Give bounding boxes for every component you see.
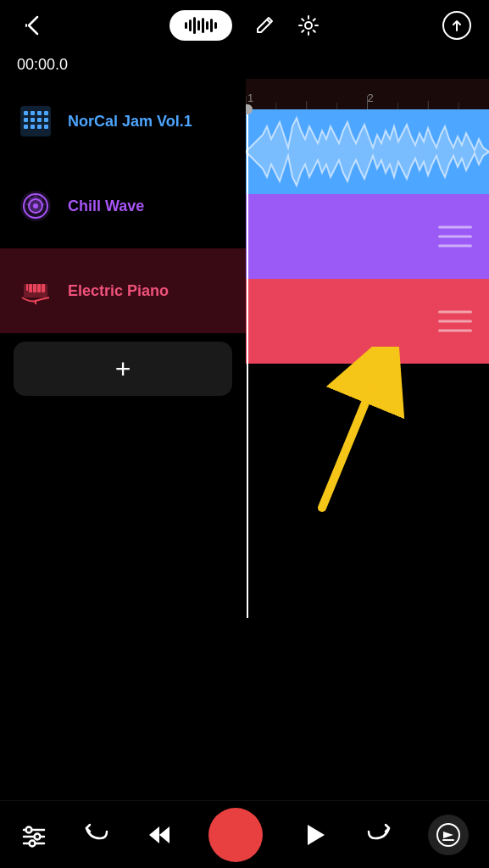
clip-dash (438, 236, 472, 238)
svg-marker-43 (308, 825, 325, 845)
logo-button[interactable] (428, 815, 469, 855)
svg-marker-42 (149, 826, 159, 843)
svg-rect-23 (42, 284, 45, 292)
svg-rect-15 (44, 125, 48, 129)
svg-rect-5 (31, 111, 35, 115)
header (0, 0, 489, 51)
svg-rect-9 (31, 118, 35, 122)
track-list: NorCal Jam Vol.1 Chill Wave (0, 79, 246, 798)
clip-dash (438, 330, 472, 332)
bottom-toolbar (0, 800, 489, 868)
header-right (442, 10, 472, 41)
svg-rect-0 (25, 24, 27, 27)
header-left (17, 10, 47, 41)
play-button[interactable] (299, 820, 330, 850)
svg-rect-13 (31, 125, 35, 129)
timeline-ruler: 1 2 (246, 79, 489, 109)
logo-icon (436, 823, 460, 847)
svg-rect-20 (29, 284, 32, 292)
back-button[interactable] (17, 10, 47, 41)
svg-rect-8 (24, 118, 28, 122)
track-name-norcal: NorCal Jam Vol.1 (68, 113, 192, 131)
plus-icon: + (115, 355, 131, 382)
svg-rect-14 (37, 125, 42, 129)
redo-button[interactable] (365, 821, 392, 849)
time-display: 00:00.0 (0, 51, 489, 79)
clip-dashes-purple (438, 226, 472, 248)
add-track-button[interactable]: + (14, 342, 232, 396)
svg-rect-4 (24, 111, 28, 115)
svg-rect-11 (44, 118, 48, 122)
clip-dash (438, 320, 472, 323)
svg-point-38 (26, 826, 32, 832)
track-name-chillwave: Chill Wave (68, 198, 144, 215)
svg-rect-7 (44, 111, 48, 115)
waveform-icon (185, 17, 217, 34)
clip-norcal[interactable] (246, 109, 489, 194)
svg-rect-12 (24, 125, 28, 129)
track-icon-chillwave (17, 187, 54, 225)
clip-dash (438, 311, 472, 314)
rewind-button[interactable] (146, 821, 173, 849)
arrow-annotation (297, 347, 415, 520)
svg-rect-22 (37, 284, 41, 292)
svg-rect-6 (37, 111, 42, 115)
track-name-electricpiano: Electric Piano (68, 282, 169, 300)
clip-dash (438, 226, 472, 229)
track-icon-norcal (17, 103, 54, 140)
waveform-button[interactable] (169, 10, 232, 41)
pencil-button[interactable] (253, 14, 276, 37)
upload-button[interactable] (442, 10, 472, 41)
svg-rect-10 (37, 118, 42, 122)
mixer-button[interactable] (20, 821, 47, 849)
svg-marker-41 (159, 826, 169, 843)
track-item-electricpiano[interactable]: Electric Piano (0, 248, 246, 333)
timeline-area: 1 2 (246, 79, 489, 798)
svg-point-1 (305, 22, 312, 29)
clip-dashes-pink (438, 311, 472, 332)
svg-point-40 (30, 840, 36, 846)
clip-chillwave[interactable] (246, 194, 489, 279)
svg-line-33 (322, 364, 381, 508)
track-clips (246, 109, 489, 798)
svg-rect-21 (33, 284, 36, 292)
track-icon-electricpiano (17, 272, 54, 309)
undo-button[interactable] (83, 821, 110, 849)
svg-point-39 (35, 833, 41, 839)
track-item-chillwave[interactable]: Chill Wave (0, 164, 246, 248)
clip-electricpiano[interactable] (246, 279, 489, 364)
record-icon (224, 823, 247, 847)
track-item-norcal[interactable]: NorCal Jam Vol.1 (0, 79, 246, 164)
clip-dash (438, 245, 472, 248)
header-center (169, 10, 320, 41)
settings-button[interactable] (297, 14, 320, 37)
record-button[interactable] (208, 808, 263, 862)
main-content: NorCal Jam Vol.1 Chill Wave (0, 79, 489, 798)
